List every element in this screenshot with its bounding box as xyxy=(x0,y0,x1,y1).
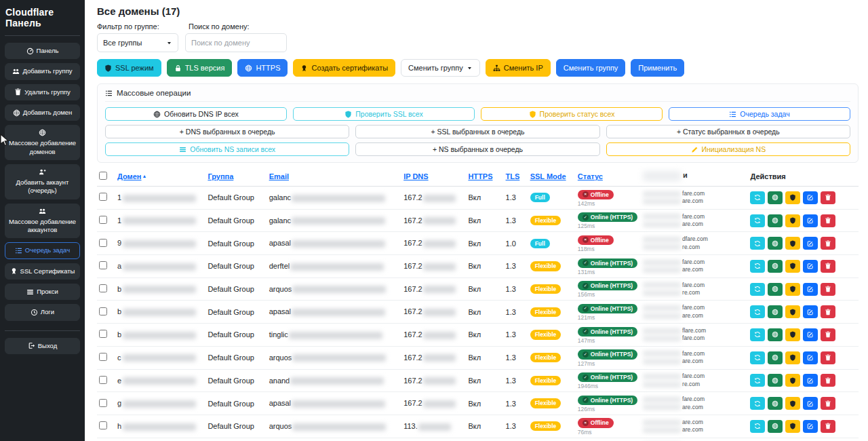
domain-cell[interactable]: b xyxy=(117,285,121,293)
sidebar-item-logs[interactable]: Логи xyxy=(5,304,80,320)
dns-action-button[interactable] xyxy=(768,214,783,227)
refresh-action-button[interactable] xyxy=(750,191,765,204)
ssl-check-action-button[interactable] xyxy=(785,351,800,364)
check-ssl-all-button[interactable]: Проверить SSL всех xyxy=(293,107,475,121)
column-header-email[interactable]: Email xyxy=(267,168,402,187)
dns-action-button[interactable] xyxy=(768,283,783,296)
domain-cell[interactable]: 9 xyxy=(117,239,121,247)
refresh-action-button[interactable] xyxy=(750,351,765,364)
ssl-check-action-button[interactable] xyxy=(785,283,800,296)
delete-action-button[interactable] xyxy=(821,374,835,387)
dns-action-button[interactable] xyxy=(768,260,783,273)
column-header-ip-dns[interactable]: IP DNS xyxy=(401,168,466,187)
row-checkbox[interactable] xyxy=(99,193,107,201)
ssl-selected-to-queue-button[interactable]: + SSL выбранных в очередь xyxy=(355,125,599,138)
tls-version-button[interactable]: TLS версия xyxy=(167,59,233,77)
dns-action-button[interactable] xyxy=(768,237,783,250)
sidebar-item-delete-group[interactable]: Удалить группу xyxy=(5,84,80,100)
ssl-check-action-button[interactable] xyxy=(785,237,800,250)
refresh-action-button[interactable] xyxy=(750,328,765,341)
domain-cell[interactable]: 1 xyxy=(117,216,121,225)
delete-action-button[interactable] xyxy=(821,328,835,341)
delete-action-button[interactable] xyxy=(821,351,835,364)
sidebar-item-bulk-add-accounts[interactable]: Массовое добавление аккаунтов xyxy=(5,204,80,239)
ns-initialization-button[interactable]: Инициализация NS xyxy=(606,142,850,156)
edit-action-button[interactable] xyxy=(803,191,818,204)
ssl-check-action-button[interactable] xyxy=(785,305,800,318)
dns-action-button[interactable] xyxy=(768,374,783,387)
domain-cell[interactable]: h xyxy=(117,422,121,430)
ns-selected-to-queue-button[interactable]: + NS выбранных в очередь xyxy=(355,142,599,156)
ssl-check-action-button[interactable] xyxy=(785,214,800,227)
refresh-action-button[interactable] xyxy=(750,420,765,433)
dns-action-button[interactable] xyxy=(768,397,783,410)
ssl-mode-button[interactable]: SSL режим xyxy=(97,59,161,77)
domain-cell[interactable]: a xyxy=(117,262,121,270)
domain-cell[interactable]: g xyxy=(117,399,121,407)
update-ns-records-all-button[interactable]: Обновить NS записи всех xyxy=(105,142,349,156)
dns-action-button[interactable] xyxy=(768,328,783,341)
sidebar-item-panel[interactable]: Панель xyxy=(5,43,80,59)
ssl-check-action-button[interactable] xyxy=(785,260,800,273)
ssl-check-action-button[interactable] xyxy=(785,420,800,433)
status-selected-to-queue-button[interactable]: + Статус выбранных в очередь xyxy=(606,125,850,138)
change-group-button[interactable]: Сменить группу xyxy=(556,59,626,77)
row-checkbox[interactable] xyxy=(99,216,107,224)
row-checkbox[interactable] xyxy=(99,261,107,269)
sidebar-item-logout[interactable]: Выход xyxy=(5,338,80,354)
domain-cell[interactable]: b xyxy=(117,307,121,315)
edit-action-button[interactable] xyxy=(803,305,818,318)
https-button[interactable]: HTTPS xyxy=(237,59,288,77)
refresh-action-button[interactable] xyxy=(750,260,765,273)
domain-search-input[interactable] xyxy=(185,33,287,52)
delete-action-button[interactable] xyxy=(821,191,835,204)
edit-action-button[interactable] xyxy=(803,397,818,410)
update-dns-ip-all-button[interactable]: Обновить DNS IP всех xyxy=(105,107,287,121)
sidebar-item-add-group[interactable]: Добавить группу xyxy=(5,63,80,79)
group-filter-select[interactable]: Все группы xyxy=(97,33,178,52)
row-checkbox[interactable] xyxy=(99,376,107,384)
change-group-select[interactable]: Сменить группу xyxy=(401,59,480,77)
apply-button[interactable]: Применить xyxy=(631,59,684,77)
refresh-action-button[interactable] xyxy=(750,305,765,318)
edit-action-button[interactable] xyxy=(803,214,818,227)
edit-action-button[interactable] xyxy=(803,260,818,273)
edit-action-button[interactable] xyxy=(803,237,818,250)
select-all-checkbox[interactable] xyxy=(99,172,107,180)
row-checkbox[interactable] xyxy=(99,307,107,315)
edit-action-button[interactable] xyxy=(803,420,818,433)
refresh-action-button[interactable] xyxy=(750,397,765,410)
ssl-check-action-button[interactable] xyxy=(785,374,800,387)
dns-action-button[interactable] xyxy=(768,420,783,433)
row-checkbox[interactable] xyxy=(99,239,107,247)
row-checkbox[interactable] xyxy=(99,421,107,429)
change-ip-button[interactable]: Сменить IP xyxy=(486,59,551,77)
dns-action-button[interactable] xyxy=(768,191,783,204)
column-header-status[interactable]: Статус xyxy=(576,168,641,187)
create-certificates-button[interactable]: Создать сертификаты xyxy=(293,59,395,77)
dns-selected-to-queue-button[interactable]: + DNS выбранных в очередь xyxy=(105,125,349,138)
row-checkbox[interactable] xyxy=(99,284,107,292)
check-status-all-button[interactable]: Проверить статус всех xyxy=(481,107,663,121)
refresh-action-button[interactable] xyxy=(750,214,765,227)
dns-action-button[interactable] xyxy=(768,351,783,364)
row-checkbox[interactable] xyxy=(99,353,107,361)
refresh-action-button[interactable] xyxy=(750,237,765,250)
column-header-domain[interactable]: Домен▲ xyxy=(115,168,205,187)
dns-action-button[interactable] xyxy=(768,305,783,318)
sidebar-item-bulk-add-domains[interactable]: Массовое добавление доменов xyxy=(5,125,80,160)
delete-action-button[interactable] xyxy=(821,214,835,227)
delete-action-button[interactable] xyxy=(821,283,835,296)
domain-cell[interactable]: 1 xyxy=(117,193,121,202)
domain-cell[interactable]: b xyxy=(117,330,121,339)
column-header-https[interactable]: HTTPS xyxy=(466,168,503,187)
delete-action-button[interactable] xyxy=(821,260,835,273)
column-header-group[interactable]: Группа xyxy=(205,168,267,187)
sidebar-item-proxy[interactable]: Прокси xyxy=(5,284,80,300)
column-header-tls[interactable]: TLS xyxy=(504,168,528,187)
row-checkbox[interactable] xyxy=(99,399,107,407)
sidebar-item-add-domain[interactable]: Добавить домен xyxy=(5,104,80,121)
edit-action-button[interactable] xyxy=(803,351,818,364)
ssl-check-action-button[interactable] xyxy=(785,328,800,341)
delete-action-button[interactable] xyxy=(821,420,835,433)
